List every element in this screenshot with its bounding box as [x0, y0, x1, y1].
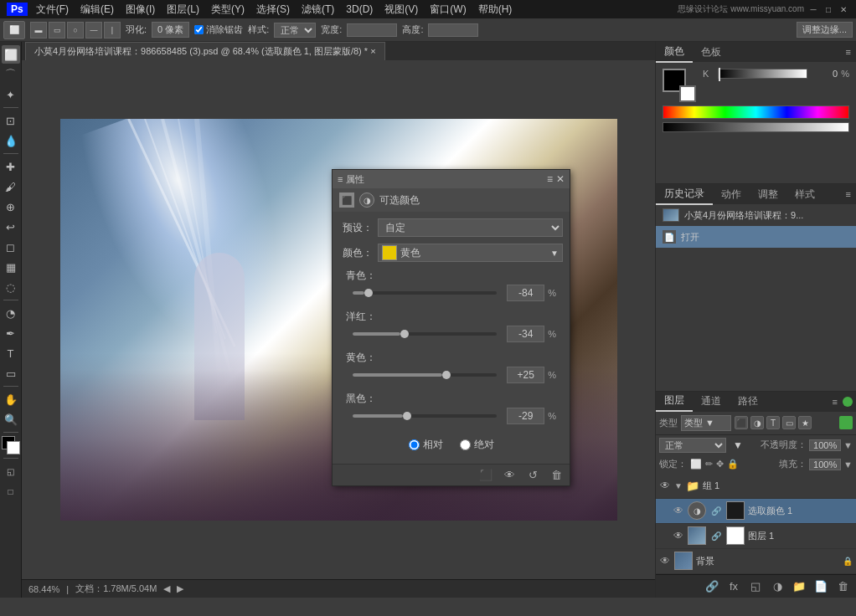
layer-1[interactable]: 👁 🔗 图层 1	[656, 524, 856, 549]
shape-tool[interactable]: ▭	[2, 364, 20, 382]
filter-pixel-icon[interactable]: ⬛	[735, 416, 748, 429]
magenta-value-input[interactable]: -34	[507, 326, 544, 342]
color-spectrum-bar[interactable]	[663, 105, 849, 119]
marquee-tool[interactable]: ⬜	[2, 45, 20, 64]
history-panel-menu[interactable]: ≡	[846, 189, 856, 199]
layers-panel-menu[interactable]: ≡	[833, 397, 843, 407]
maximize-btn[interactable]: □	[822, 3, 834, 15]
black-thumb[interactable]	[403, 412, 411, 420]
lock-px-icon[interactable]: ⬜	[690, 459, 702, 470]
style-select[interactable]: 正常	[274, 23, 316, 38]
menu-window[interactable]: 窗口(W)	[426, 3, 469, 17]
history-brush-tool[interactable]: ↩	[2, 218, 20, 236]
eyedropper-tool[interactable]: 💧	[2, 131, 20, 150]
color-panel-menu[interactable]: ≡	[846, 47, 856, 57]
relative-radio[interactable]	[409, 439, 420, 450]
fx-btn[interactable]: fx	[725, 578, 742, 595]
filter-adjust-icon[interactable]: ◑	[750, 416, 764, 429]
black-value-input[interactable]: -29	[507, 408, 544, 424]
nav-prev-btn[interactable]: ◀	[163, 583, 170, 594]
dodge-tool[interactable]: ◔	[2, 304, 20, 322]
group-expand-arrow[interactable]: ▼	[674, 481, 683, 490]
bg-vis-icon[interactable]: 👁	[659, 555, 671, 567]
menu-image[interactable]: 图像(I)	[122, 3, 158, 17]
document-tab[interactable]: 小莫4月份网络培训课程：986658485 (3).psd @ 68.4% (选…	[25, 42, 385, 61]
history-item-1[interactable]: 小莫4月份网络培训课程：9...	[656, 204, 856, 226]
history-item-2[interactable]: 📄 打开	[656, 226, 856, 248]
visibility-btn[interactable]: 👁	[501, 467, 518, 484]
tab-paths[interactable]: 路径	[730, 392, 766, 411]
blend-mode-select[interactable]: 正常	[659, 438, 726, 453]
lasso-tool[interactable]: ⌒	[2, 65, 20, 84]
menu-filter[interactable]: 滤镜(T)	[298, 3, 338, 17]
screen-mode-btn[interactable]: □	[2, 482, 20, 501]
ellipse-btn[interactable]: ○	[67, 22, 84, 38]
color-select[interactable]: 黄色 ▼	[378, 244, 563, 262]
yellow-track[interactable]	[353, 373, 497, 377]
filter-text-icon[interactable]: T	[766, 416, 780, 429]
row-btn[interactable]: —	[85, 22, 102, 38]
menu-file[interactable]: 文件(F)	[33, 3, 72, 17]
rect-shape-btn[interactable]: ▬	[30, 22, 47, 38]
eraser-tool[interactable]: ◻	[2, 238, 20, 256]
bg-color-box[interactable]	[679, 85, 696, 102]
width-input[interactable]	[347, 23, 397, 37]
tab-color[interactable]: 颜色	[656, 42, 693, 63]
absolute-radio[interactable]	[460, 439, 471, 450]
menu-3d[interactable]: 3D(D)	[343, 3, 376, 15]
lock-draw-icon[interactable]: ✏	[705, 459, 713, 470]
layer1-vis-icon[interactable]: 👁	[673, 530, 684, 542]
delete-adjustment-btn[interactable]: 🗑	[548, 467, 565, 484]
foreground-background-colors[interactable]	[2, 436, 20, 454]
tab-actions[interactable]: 动作	[713, 185, 750, 204]
anti-alias-checkbox[interactable]	[194, 25, 204, 34]
properties-menu-icon[interactable]: ≡	[547, 173, 553, 185]
clip-btn[interactable]: ⬛	[477, 467, 494, 484]
lock-all-icon[interactable]: 🔒	[727, 459, 739, 470]
relative-radio-label[interactable]: 相对	[409, 438, 443, 452]
magenta-track[interactable]	[353, 332, 497, 336]
cyan-track[interactable]	[353, 291, 497, 295]
tab-swatches[interactable]: 色板	[693, 43, 730, 62]
group-vis-icon[interactable]: 👁	[659, 480, 671, 491]
menu-view[interactable]: 视图(V)	[381, 3, 421, 17]
close-btn[interactable]: ✕	[838, 3, 849, 15]
black-track[interactable]	[353, 414, 497, 418]
reset-btn[interactable]: ↺	[524, 467, 541, 484]
hand-tool[interactable]: ✋	[2, 390, 20, 408]
add-mask-btn[interactable]: ◱	[747, 578, 764, 595]
height-input[interactable]	[428, 23, 478, 37]
new-layer-btn[interactable]: 📄	[812, 578, 829, 595]
blur-tool[interactable]: ◌	[2, 278, 20, 296]
layer-group-header[interactable]: 👁 ▼ 📁 组 1	[656, 474, 856, 499]
crop-tool[interactable]: ⊡	[2, 111, 20, 130]
magic-wand-tool[interactable]: ✦	[2, 85, 20, 104]
link-layers-btn[interactable]: 🔗	[704, 578, 720, 595]
menu-help[interactable]: 帮助(H)	[475, 3, 516, 17]
filter-smart-icon[interactable]: ★	[798, 416, 812, 429]
color-swatches-fg-bg[interactable]	[663, 69, 696, 102]
tab-history[interactable]: 历史记录	[656, 184, 713, 205]
background-color[interactable]	[7, 441, 20, 454]
brush-tool[interactable]: 🖌	[2, 177, 20, 196]
sel-color-vis-icon[interactable]: 👁	[673, 505, 684, 516]
k-slider-thumb[interactable]	[719, 68, 720, 81]
minimize-btn[interactable]: ─	[807, 3, 819, 15]
brightness-bar[interactable]	[663, 122, 849, 132]
menu-type[interactable]: 类型(Y)	[208, 3, 248, 17]
layer-type-select[interactable]: 类型 ▼	[681, 415, 731, 431]
new-adjustment-btn[interactable]: ◑	[769, 578, 786, 595]
anti-alias-checkbox-label[interactable]: 消除锯齿	[194, 23, 243, 36]
tool-options-selector[interactable]: ⬜	[3, 21, 25, 39]
round-rect-btn[interactable]: ▭	[49, 22, 65, 38]
layer-selective-color[interactable]: 👁 ◑ 🔗 选取颜色 1	[656, 499, 856, 524]
tab-channels[interactable]: 通道	[693, 392, 730, 411]
mask-mode-btn[interactable]: ◱	[2, 462, 20, 480]
fill-input[interactable]: 100%	[809, 459, 841, 470]
clone-tool[interactable]: ⊕	[2, 198, 20, 216]
gradient-tool[interactable]: ▦	[2, 258, 20, 276]
pen-tool[interactable]: ✒	[2, 324, 20, 342]
layer-background[interactable]: 👁 背景 🔒	[656, 549, 856, 574]
cyan-value-input[interactable]: -84	[507, 285, 544, 301]
lock-move-icon[interactable]: ✥	[716, 459, 724, 470]
